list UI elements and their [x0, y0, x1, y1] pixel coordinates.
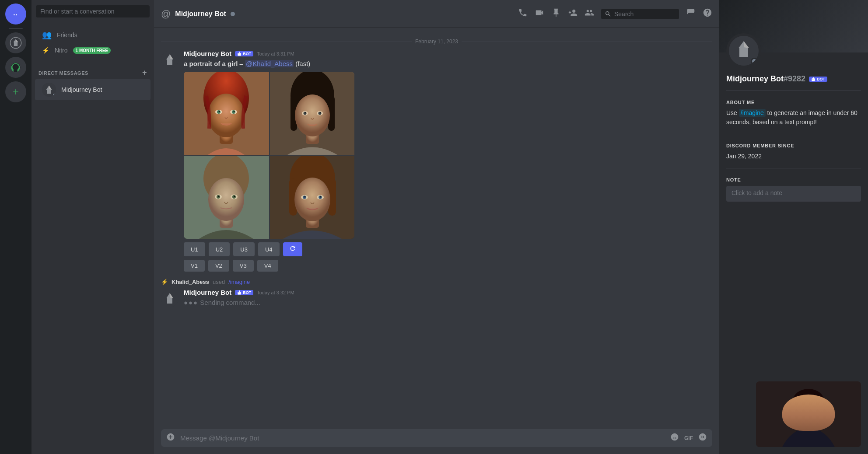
- members-button[interactable]: [584, 8, 594, 20]
- chat-header-right: [518, 8, 712, 20]
- profile-bot-badge: BOT: [809, 77, 827, 82]
- msg1-mention[interactable]: @Khalid_Abess: [245, 60, 294, 67]
- dm-status-dot: [52, 93, 56, 97]
- nav-items: 👥 Friends ⚡ Nitro 1 MONTH FREE: [32, 23, 154, 61]
- call-button[interactable]: [518, 8, 528, 20]
- svg-point-25: [320, 112, 321, 113]
- message-input-inner: GIF: [161, 429, 712, 447]
- sticker-button[interactable]: [698, 433, 707, 444]
- chat-header: @ Midjourney Bot: [154, 0, 719, 28]
- system-message: ⚡ Khalid_Abess used /imagine: [154, 277, 719, 287]
- at-icon: @: [161, 8, 171, 20]
- dm-avatar-midjourney: [42, 83, 56, 97]
- about-section: ABOUT ME Use /imagine to generate an ima…: [726, 100, 861, 127]
- note-title: NOTE: [726, 177, 861, 182]
- search-input-wrapper: [601, 9, 679, 19]
- button-V4[interactable]: V4: [257, 260, 278, 272]
- note-placeholder-text: Click to add a note: [732, 189, 782, 196]
- nitro-label: Nitro: [55, 47, 68, 54]
- dm-search-input[interactable]: [36, 5, 150, 17]
- system-msg-command[interactable]: /imagine: [228, 279, 250, 285]
- nitro-badge: 1 MONTH FREE: [73, 47, 111, 54]
- svg-point-23: [318, 112, 322, 115]
- chat-header-left: @ Midjourney Bot: [161, 8, 235, 20]
- system-msg-user: Khalid_Abess: [172, 279, 209, 285]
- msg2-time: Today at 3:32 PM: [257, 290, 294, 295]
- inbox-button[interactable]: [686, 8, 696, 20]
- profile-banner: [719, 0, 868, 52]
- msg1-header: Midjourney Bot BOT Today at 3:31 PM: [184, 50, 712, 57]
- server-icon-home[interactable]: [5, 3, 26, 24]
- button-refresh[interactable]: [283, 242, 302, 256]
- msg2-content: Midjourney Bot BOT Today at 3:32 PM ●●● …: [184, 289, 712, 307]
- sending-text: Sending command...: [200, 299, 260, 306]
- profile-name-text: Midjourney Bot#9282: [726, 74, 805, 84]
- profile-info: Midjourney Bot#9282 BOT ABOUT ME Use /im…: [719, 52, 868, 209]
- svg-point-47: [320, 196, 322, 198]
- create-dm-button[interactable]: +: [142, 68, 147, 77]
- note-section: NOTE Click to add a note: [726, 177, 861, 202]
- svg-point-55: [812, 409, 816, 413]
- server-icon-2[interactable]: [5, 57, 26, 78]
- help-button[interactable]: [703, 8, 712, 20]
- profile-divider-2: [726, 134, 861, 134]
- nav-nitro[interactable]: ⚡ Nitro 1 MONTH FREE: [35, 43, 150, 57]
- server-icon-1[interactable]: [5, 32, 26, 53]
- message-input[interactable]: [180, 434, 665, 442]
- svg-rect-58: [756, 381, 861, 447]
- sending-dots: ●●●: [184, 298, 198, 307]
- button-V1[interactable]: V1: [184, 260, 205, 272]
- server-bar: +: [0, 0, 32, 454]
- image-grid: [184, 72, 354, 239]
- gif-button[interactable]: GIF: [684, 435, 693, 441]
- message-group-1: Midjourney Bot BOT Today at 3:31 PM a po…: [154, 48, 719, 273]
- video-person: [756, 381, 861, 447]
- msg1-author: Midjourney Bot: [184, 50, 231, 57]
- header-search-input[interactable]: [614, 10, 676, 17]
- svg-point-34: [218, 196, 220, 197]
- member-since-date: Jan 29, 2022: [726, 152, 861, 161]
- msg2-header: Midjourney Bot BOT Today at 3:32 PM: [184, 289, 712, 296]
- button-V2[interactable]: V2: [208, 260, 229, 272]
- msg1-text: a portrait of a girl – @Khalid_Abess (fa…: [184, 59, 712, 68]
- svg-point-19: [295, 94, 330, 136]
- action-buttons-row2: V1 V2 V3 V4: [184, 260, 354, 272]
- pin-button[interactable]: [551, 8, 561, 20]
- add-friend-button[interactable]: [568, 8, 578, 20]
- search-bar-container: [32, 0, 154, 23]
- video-button[interactable]: [535, 8, 544, 20]
- message-group-2: Midjourney Bot BOT Today at 3:32 PM ●●● …: [154, 287, 719, 309]
- msg1-suffix: (fast): [295, 60, 310, 67]
- server-icon-add[interactable]: +: [5, 81, 26, 102]
- profile-divider-3: [726, 168, 861, 168]
- chat-header-status-dot: [231, 12, 235, 16]
- chat-messages: February 11, 2023 Midjourney Bot BOT: [154, 28, 719, 429]
- svg-point-53: [801, 409, 805, 413]
- button-U3[interactable]: U3: [233, 242, 255, 256]
- portrait-svg-2: [270, 72, 354, 155]
- nav-friends[interactable]: 👥 Friends: [35, 27, 150, 43]
- dm-item-midjourney[interactable]: Midjourney Bot: [35, 79, 150, 100]
- dm-name-midjourney: Midjourney Bot: [61, 86, 102, 93]
- friends-icon: 👥: [42, 30, 52, 40]
- svg-point-22: [304, 112, 307, 115]
- button-U4[interactable]: U4: [258, 242, 280, 256]
- button-U2[interactable]: U2: [209, 242, 230, 256]
- portrait-image-2: [270, 72, 354, 155]
- system-msg-text: used: [213, 279, 225, 285]
- svg-point-57: [798, 416, 819, 427]
- nitro-icon: ⚡: [42, 47, 49, 54]
- msg2-text: ●●● Sending command...: [184, 298, 712, 307]
- server-divider: [9, 28, 23, 29]
- emoji-button[interactable]: [670, 433, 679, 444]
- dm-header-label: DIRECT MESSAGES: [38, 70, 88, 76]
- add-file-button[interactable]: [166, 433, 175, 444]
- button-U1[interactable]: U1: [184, 242, 205, 256]
- msg2-bot-badge: BOT: [235, 290, 253, 295]
- msg1-bot-badge: BOT: [235, 51, 253, 56]
- note-input[interactable]: Click to add a note: [726, 186, 861, 202]
- button-V3[interactable]: V3: [233, 260, 254, 272]
- svg-point-54: [802, 410, 804, 412]
- svg-point-56: [813, 410, 816, 412]
- friends-label: Friends: [57, 31, 77, 38]
